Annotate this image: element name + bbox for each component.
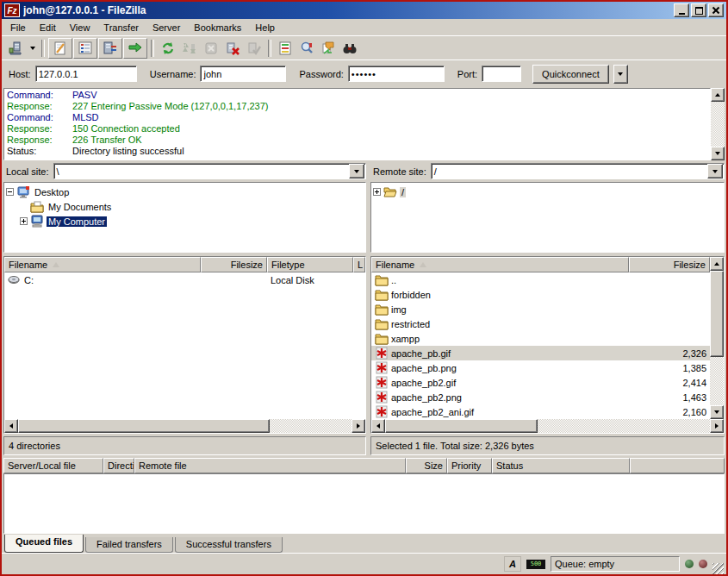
- remote-file-row[interactable]: restricted: [371, 316, 710, 331]
- tree-item-root[interactable]: /: [373, 185, 722, 199]
- remote-file-row[interactable]: apache_pb2.gif 2,414: [371, 375, 710, 390]
- remote-site-value: /: [432, 166, 706, 177]
- remote-list-vscrollbar[interactable]: [710, 257, 724, 419]
- local-site-dropdown-button[interactable]: [349, 164, 364, 178]
- folder-icon: [375, 317, 389, 330]
- toggle-transfer-queue-button[interactable]: [123, 38, 147, 59]
- local-site-combo[interactable]: \: [53, 163, 366, 179]
- cancel-button[interactable]: [201, 39, 221, 58]
- tree-item-my-computer[interactable]: My Computer: [20, 214, 364, 229]
- remote-file-row[interactable]: xampp: [371, 331, 710, 346]
- scroll-right-button[interactable]: [710, 419, 724, 433]
- column-label: Priority: [451, 460, 481, 471]
- sort-ascending-icon: [420, 262, 426, 267]
- remote-file-row-selected[interactable]: apache_pb.gif 2,326: [371, 346, 710, 360]
- scroll-down-button[interactable]: [710, 405, 724, 419]
- column-header-direction[interactable]: Directi...: [103, 458, 134, 473]
- toggle-local-tree-button[interactable]: [73, 38, 97, 59]
- transfer-queue-icon: [128, 41, 143, 56]
- image-file-icon: [375, 391, 389, 404]
- remote-file-row[interactable]: apache_pb2.png 1,463: [371, 390, 710, 404]
- scrollbar-thumb[interactable]: [18, 419, 270, 433]
- resize-grip[interactable]: [712, 563, 724, 574]
- expand-icon[interactable]: [20, 217, 28, 225]
- refresh-button[interactable]: [158, 39, 178, 58]
- directory-listing-filters-button[interactable]: [275, 39, 296, 58]
- local-file-row[interactable]: C: Local Disk: [4, 272, 365, 287]
- menu-help[interactable]: Help: [248, 21, 282, 34]
- column-header-filename[interactable]: Filename: [4, 257, 201, 272]
- toggle-remote-tree-button[interactable]: [98, 38, 122, 59]
- toggle-message-log-button[interactable]: [48, 38, 72, 59]
- log-line: Response:227 Entering Passive Mode (127,…: [7, 101, 710, 112]
- scroll-up-button[interactable]: [711, 88, 725, 102]
- remote-file-row[interactable]: img: [371, 302, 710, 316]
- scroll-left-button[interactable]: [371, 419, 385, 433]
- column-header-filename[interactable]: Filename: [371, 257, 629, 272]
- column-header-server-local-file[interactable]: Server/Local file: [3, 458, 103, 473]
- site-manager-button[interactable]: [5, 39, 26, 58]
- scrollbar-thumb[interactable]: [385, 419, 538, 433]
- close-button[interactable]: [708, 3, 724, 17]
- scroll-right-button[interactable]: [352, 419, 365, 433]
- log-line: Response:226 Transfer OK: [7, 135, 710, 146]
- process-queue-button[interactable]: [179, 39, 200, 58]
- tab-failed-transfers[interactable]: Failed transfers: [85, 537, 173, 553]
- column-header-status[interactable]: Status: [492, 458, 630, 473]
- minimize-button[interactable]: [674, 3, 689, 17]
- arrow-left-icon: [376, 423, 380, 429]
- site-manager-dropdown-button[interactable]: [27, 39, 38, 58]
- expand-icon[interactable]: [373, 188, 381, 196]
- scroll-up-button[interactable]: [710, 257, 724, 271]
- host-input[interactable]: [35, 66, 137, 82]
- remote-site-dropdown-button[interactable]: [707, 164, 723, 178]
- quickconnect-button[interactable]: Quickconnect: [532, 65, 609, 84]
- menu-view[interactable]: View: [63, 21, 97, 34]
- tree-item-desktop[interactable]: Desktop: [6, 185, 364, 199]
- menu-edit[interactable]: Edit: [33, 21, 63, 34]
- synchronized-browsing-button[interactable]: [318, 39, 339, 58]
- search-button[interactable]: [339, 39, 360, 58]
- chevron-down-icon: [618, 72, 623, 76]
- scrollbar-thumb[interactable]: [710, 271, 724, 357]
- log-text: MLSD: [72, 112, 99, 123]
- password-input[interactable]: [348, 66, 445, 82]
- reconnect-button[interactable]: [244, 39, 264, 58]
- remote-file-row[interactable]: apache_pb.png 1,385: [371, 360, 710, 375]
- menu-bookmarks[interactable]: Bookmarks: [187, 21, 248, 34]
- quickconnect-dropdown-button[interactable]: [613, 65, 628, 84]
- local-list-hscrollbar[interactable]: [4, 419, 365, 433]
- tab-queued-files[interactable]: Queued files: [4, 535, 84, 553]
- collapse-icon[interactable]: [6, 188, 14, 196]
- menu-server[interactable]: Server: [146, 21, 187, 34]
- tree-item-my-documents[interactable]: My Documents: [20, 199, 364, 214]
- port-input[interactable]: [482, 66, 521, 82]
- log-scrollbar[interactable]: [711, 88, 725, 160]
- username-input[interactable]: [200, 66, 286, 82]
- tab-successful-transfers[interactable]: Successful transfers: [175, 537, 283, 553]
- transfer-type-indicator-icon[interactable]: A: [504, 556, 521, 572]
- disconnect-button[interactable]: [222, 39, 243, 58]
- menu-transfer[interactable]: Transfer: [96, 21, 146, 34]
- scroll-left-button[interactable]: [4, 419, 18, 433]
- column-header-remote-file[interactable]: Remote file: [134, 458, 406, 473]
- maximize-button[interactable]: [691, 3, 706, 17]
- remote-file-row[interactable]: apache_pb2_ani.gif 2,160: [371, 404, 710, 419]
- column-header-size[interactable]: Size: [406, 458, 447, 473]
- file-size: 2,326: [682, 348, 706, 359]
- column-header-filetype[interactable]: Filetype: [267, 257, 353, 272]
- column-header-last-modified[interactable]: L: [353, 257, 365, 272]
- remote-list-hscrollbar[interactable]: [371, 419, 724, 433]
- column-header-filesize[interactable]: Filesize: [629, 257, 710, 272]
- remote-site-combo[interactable]: /: [431, 163, 725, 179]
- disconnect-icon: [225, 41, 240, 56]
- remote-file-row[interactable]: forbidden: [371, 287, 710, 302]
- scroll-down-button[interactable]: [711, 147, 725, 160]
- speed-limits-icon[interactable]: 500: [526, 560, 545, 569]
- column-header-priority[interactable]: Priority: [447, 458, 492, 473]
- menu-file[interactable]: File: [3, 21, 33, 34]
- arrow-up-icon: [715, 93, 720, 97]
- remote-file-row[interactable]: ..: [371, 272, 710, 287]
- directory-comparison-button[interactable]: [296, 39, 317, 58]
- column-header-filesize[interactable]: Filesize: [201, 257, 267, 272]
